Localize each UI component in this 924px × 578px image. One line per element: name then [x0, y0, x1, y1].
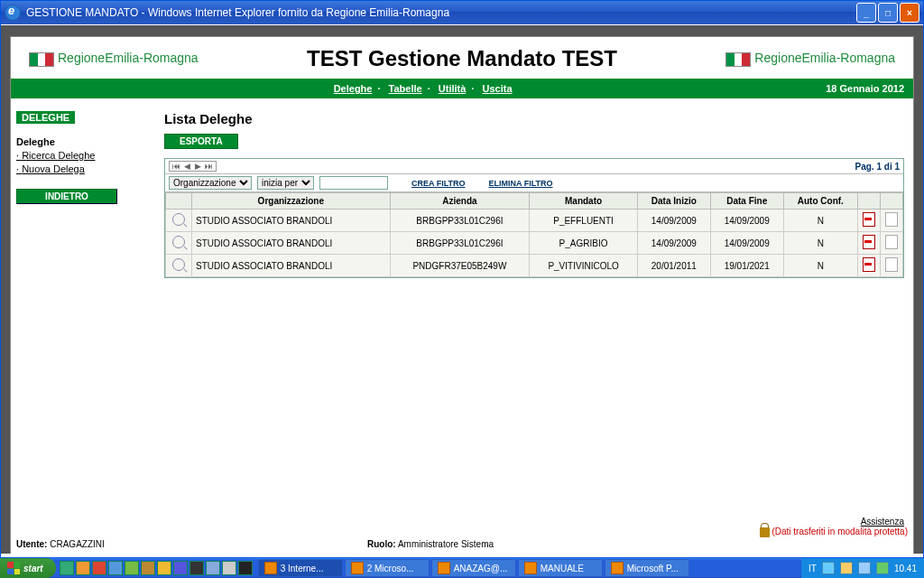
cell-man: P_EFFLUENTI — [530, 210, 638, 232]
ruolo-label: Ruolo: — [367, 539, 396, 549]
doc-icon[interactable] — [885, 257, 898, 272]
cell-di: 20/01/2011 — [637, 255, 710, 277]
col-az[interactable]: Azienda — [390, 193, 530, 210]
ruolo-value: Amministratore Sistema — [398, 539, 494, 549]
main-content: Lista Deleghe ESPORTA ⏮◀▶⏭ Pag. 1 di 1 O… — [164, 111, 913, 278]
table-row: STUDIO ASSOCIATO BRANDOLIPNDGFR37E05B249… — [166, 255, 903, 277]
cell-ac: N — [783, 255, 857, 277]
task-icon — [351, 562, 364, 574]
maximize-button[interactable]: □ — [878, 3, 898, 23]
taskbar-task[interactable]: Microsoft P... — [605, 559, 689, 577]
table-row: STUDIO ASSOCIATO BRANDOLIBRBGPP33L01C296… — [166, 210, 903, 232]
cell-org: STUDIO ASSOCIATO BRANDOLI — [192, 232, 391, 255]
menubar: Deleghe· Tabelle· Utilità· Uscita 18 Gen… — [11, 79, 913, 98]
tray-icon[interactable] — [840, 562, 853, 574]
task-icon — [438, 562, 450, 574]
ie-icon — [5, 5, 21, 21]
assistenza-link[interactable]: Assistenza — [861, 517, 904, 527]
logo-left: RegioneEmilia-Romagna — [29, 51, 199, 66]
col-ac[interactable]: Auto Conf. — [783, 193, 857, 210]
pager-nav[interactable]: ⏮◀▶⏭ — [169, 161, 217, 172]
tray-icon[interactable] — [876, 562, 889, 574]
cell-az: BRBGPP33L01C296I — [390, 232, 530, 255]
quick-launch[interactable] — [56, 561, 256, 575]
pdf-icon[interactable] — [863, 257, 875, 272]
page-title: TEST Gestione Mandato TEST — [307, 46, 617, 71]
data-grid: Organizzazione Azienda Mandato Data Iniz… — [165, 192, 903, 277]
col-man[interactable]: Mandato — [530, 193, 638, 210]
sidebar-group: Deleghe — [16, 136, 153, 147]
taskbar-task[interactable]: MANUALE — [518, 559, 603, 577]
cell-org: STUDIO ASSOCIATO BRANDOLI — [192, 255, 391, 277]
cell-di: 14/09/2009 — [637, 210, 710, 232]
taskbar[interactable]: start 3 Interne...2 Microso...ANAZAG@...… — [0, 558, 924, 578]
sidebar-link-ricerca[interactable]: Ricerca Deleghe — [16, 150, 153, 161]
doc-icon[interactable] — [885, 235, 898, 249]
task-icon — [524, 562, 537, 574]
back-button[interactable]: INDIETRO — [16, 189, 117, 204]
export-button[interactable]: ESPORTA — [164, 134, 238, 149]
window-title: GESTIONE MANDATO - Windows Internet Expl… — [26, 6, 856, 19]
view-icon[interactable] — [172, 213, 185, 226]
minimize-button[interactable]: _ — [856, 3, 876, 23]
system-tray[interactable]: IT 10.41 — [801, 558, 924, 578]
col-df[interactable]: Data Fine — [710, 193, 783, 210]
menu-uscita[interactable]: Uscita — [482, 83, 512, 94]
cell-df: 14/09/2009 — [710, 210, 783, 232]
close-button[interactable]: × — [900, 3, 919, 23]
windows-logo-icon — [7, 562, 20, 574]
tray-icon[interactable] — [858, 562, 871, 574]
pdf-icon[interactable] — [863, 212, 875, 227]
col-org[interactable]: Organizzazione — [192, 193, 391, 210]
table-wrap: ⏮◀▶⏭ Pag. 1 di 1 Organizzazione inizia p… — [164, 158, 904, 278]
menu-utilita[interactable]: Utilità — [439, 83, 467, 94]
cell-df: 14/09/2009 — [710, 232, 783, 255]
titlebar[interactable]: GESTIONE MANDATO - Windows Internet Expl… — [1, 1, 923, 24]
create-filter-link[interactable]: CREA FILTRO — [411, 179, 466, 188]
cell-ac: N — [783, 232, 857, 255]
cell-az: PNDGFR37E05B249W — [390, 255, 530, 277]
pager-label: Pag. 1 di 1 — [855, 162, 900, 172]
header-date: 18 Gennaio 2012 — [826, 83, 904, 94]
ie-window: GESTIONE MANDATO - Windows Internet Expl… — [0, 0, 924, 558]
menu-deleghe[interactable]: Deleghe — [334, 83, 373, 94]
doc-icon[interactable] — [885, 212, 898, 227]
col-di[interactable]: Data Inizio — [637, 193, 710, 210]
filter-value-input[interactable] — [319, 176, 388, 190]
pdf-icon[interactable] — [863, 235, 875, 249]
utente-label: Utente: — [16, 539, 47, 549]
utente-value: CRAGAZZINI — [50, 539, 105, 549]
sidebar-link-nuova[interactable]: Nuova Delega — [16, 163, 153, 174]
content-heading: Lista Deleghe — [164, 111, 904, 126]
table-row: STUDIO ASSOCIATO BRANDOLIBRBGPP33L01C296… — [166, 232, 903, 255]
filter-field-select[interactable]: Organizzazione — [169, 176, 252, 190]
cell-az: BRBGPP33L01C296I — [390, 210, 530, 232]
cell-ac: N — [783, 210, 857, 232]
lock-icon — [760, 527, 770, 537]
menu-tabelle[interactable]: Tabelle — [389, 83, 422, 94]
filter-op-select[interactable]: inizia per — [257, 176, 314, 190]
clock[interactable]: 10.41 — [894, 564, 917, 573]
taskbar-task[interactable]: 2 Microso... — [345, 559, 430, 577]
delete-filter-link[interactable]: ELIMINA FILTRO — [489, 179, 553, 188]
cell-org: STUDIO ASSOCIATO BRANDOLI — [192, 210, 391, 232]
cell-man: P_AGRIBIO — [530, 232, 638, 255]
start-button[interactable]: start — [0, 558, 56, 578]
taskbar-task[interactable]: 3 Interne... — [258, 559, 343, 577]
task-icon — [611, 562, 624, 574]
tray-icon[interactable] — [822, 562, 835, 574]
logo-right: RegioneEmilia-Romagna — [725, 51, 895, 66]
content-sheet: RegioneEmilia-Romagna TEST Gestione Mand… — [10, 36, 914, 554]
task-icon — [264, 562, 277, 574]
cell-di: 14/09/2009 — [637, 232, 710, 255]
sidebar-section: DELEGHE — [16, 111, 75, 124]
view-icon[interactable] — [172, 236, 185, 248]
lang-indicator[interactable]: IT — [808, 564, 817, 573]
view-icon[interactable] — [172, 258, 185, 271]
cell-df: 19/01/2021 — [710, 255, 783, 277]
cell-man: P_VITIVINICOLO — [530, 255, 638, 277]
taskbar-task[interactable]: ANAZAG@... — [431, 559, 516, 577]
sidebar: DELEGHE Deleghe Ricerca Deleghe Nuova De… — [16, 111, 164, 278]
secure-text: (Dati trasferiti in modalità protetta) — [772, 527, 908, 536]
